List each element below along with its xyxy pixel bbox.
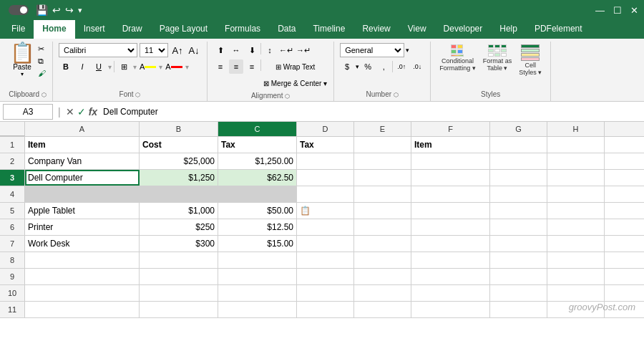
italic-button[interactable]: I <box>75 59 89 74</box>
cell-8-B[interactable] <box>140 252 218 268</box>
text-direction-button[interactable]: ↕ <box>263 43 277 57</box>
cell-3-H[interactable] <box>547 170 605 186</box>
cell-7-D[interactable] <box>297 236 354 252</box>
col-header-b[interactable]: B <box>140 122 218 136</box>
col-header-f[interactable]: F <box>411 122 490 136</box>
cell-8-E[interactable] <box>354 252 411 268</box>
cell-6-B[interactable]: $250 <box>140 219 218 235</box>
cell-6-G[interactable] <box>490 219 547 235</box>
format-painter-button[interactable]: 🖌 <box>38 69 46 77</box>
cell-2-H[interactable] <box>547 153 605 169</box>
cell-5-E[interactable] <box>354 203 411 219</box>
dollar-button[interactable]: $ <box>340 59 354 74</box>
wrap-text-button[interactable]: ⊞ Wrap Text <box>263 59 328 74</box>
cell-4-D[interactable] <box>297 186 354 202</box>
col-header-e[interactable]: E <box>354 122 411 136</box>
smart-tag-icon[interactable]: 📋 <box>300 206 311 216</box>
cell-10-A[interactable] <box>25 285 140 301</box>
cell-10-F[interactable] <box>411 285 490 301</box>
alignment-expand-icon[interactable]: ⬡ <box>285 93 290 100</box>
paste-dropdown[interactable]: ▾ <box>21 71 24 77</box>
underline-dropdown[interactable]: ▾ <box>108 63 112 71</box>
cell-7-H[interactable] <box>547 236 605 252</box>
cell-11-A[interactable] <box>25 302 140 317</box>
conditional-formatting-button[interactable]: ConditionalFormatting ▾ <box>436 43 479 73</box>
font-color-dropdown[interactable]: ▾ <box>185 63 189 71</box>
format-table-button[interactable]: Format asTable ▾ <box>480 43 515 73</box>
clipboard-expand-icon[interactable]: ⬡ <box>42 92 47 98</box>
cell-3-G[interactable] <box>490 170 547 186</box>
dollar-dropdown[interactable]: ▾ <box>356 63 359 70</box>
cell-styles-button[interactable]: CellStyles ▾ <box>516 43 545 77</box>
cell-7-B[interactable]: $300 <box>140 236 218 252</box>
cell-6-H[interactable] <box>547 219 605 235</box>
insert-function-icon[interactable]: fx <box>89 106 97 118</box>
tab-pdfelement[interactable]: PDFelement <box>526 20 591 39</box>
cell-6-E[interactable] <box>354 219 411 235</box>
cell-9-D[interactable] <box>297 269 354 284</box>
cancel-formula-icon[interactable]: ✕ <box>66 106 74 118</box>
fill-dropdown[interactable]: ▾ <box>159 63 162 71</box>
cell-3-E[interactable] <box>354 170 411 186</box>
col-header-c[interactable]: C <box>218 122 297 136</box>
tab-insert[interactable]: Insert <box>75 20 114 39</box>
align-center-button[interactable]: ≡ <box>229 59 243 74</box>
cell-10-B[interactable] <box>140 285 218 301</box>
comma-button[interactable]: , <box>376 59 391 74</box>
cell-3-D[interactable] <box>297 170 354 186</box>
cell-2-C[interactable]: $1,250.00 <box>218 153 297 169</box>
confirm-formula-icon[interactable]: ✓ <box>77 106 86 118</box>
col-header-g[interactable]: G <box>490 122 547 136</box>
cell-5-C[interactable]: $50.00 <box>218 203 297 219</box>
row-number-9[interactable]: 9 <box>0 269 25 284</box>
cell-7-G[interactable] <box>490 236 547 252</box>
cell-11-C[interactable] <box>218 302 297 317</box>
tab-data[interactable]: Data <box>269 20 304 39</box>
cell-11-F[interactable] <box>411 302 490 317</box>
cell-4-E[interactable] <box>354 186 411 202</box>
paste-button[interactable]: 📋 Paste ▾ <box>10 43 35 77</box>
cell-9-F[interactable] <box>411 269 490 284</box>
row-number-10[interactable]: 10 <box>0 285 25 301</box>
align-bottom-button[interactable]: ⬇ <box>245 43 259 57</box>
autosave-toggle-switch[interactable] <box>9 5 29 15</box>
cell-9-H[interactable] <box>547 269 605 284</box>
cell-1-C[interactable]: Tax <box>218 137 297 153</box>
font-color-button[interactable]: A <box>165 59 182 74</box>
percent-button[interactable]: % <box>361 59 375 74</box>
align-middle-button[interactable]: ↔ <box>229 43 243 57</box>
align-top-button[interactable]: ⬆ <box>213 43 228 57</box>
row-number-7[interactable]: 7 <box>0 236 25 252</box>
cell-8-A[interactable] <box>25 252 140 268</box>
cell-1-G[interactable] <box>490 137 547 153</box>
cell-7-C[interactable]: $15.00 <box>218 236 297 252</box>
cell-1-A[interactable]: Item <box>25 137 140 153</box>
align-right-button[interactable]: ≡ <box>245 59 259 74</box>
row-number-4[interactable]: 4 <box>0 186 25 202</box>
cell-1-F[interactable]: Item <box>411 137 490 153</box>
cell-6-F[interactable] <box>411 219 490 235</box>
save-icon[interactable]: 💾 <box>36 4 48 16</box>
cell-8-H[interactable] <box>547 252 605 268</box>
cell-11-G[interactable] <box>490 302 547 317</box>
cell-4-B[interactable] <box>140 186 218 202</box>
merge-center-button[interactable]: ⊠ Merge & Center ▾ <box>263 76 328 90</box>
cell-3-C[interactable]: $62.50 <box>218 170 297 186</box>
cell-4-A[interactable] <box>25 186 140 202</box>
row-number-1[interactable]: 1 <box>0 137 25 153</box>
close-icon[interactable]: ✕ <box>630 5 638 16</box>
restore-icon[interactable]: ☐ <box>613 5 622 16</box>
tab-home[interactable]: Home <box>34 20 74 39</box>
tab-page-layout[interactable]: Page Layout <box>151 20 216 39</box>
cell-8-F[interactable] <box>411 252 490 268</box>
quick-access-more[interactable]: ▾ <box>78 6 82 15</box>
row-number-5[interactable]: 5 <box>0 203 25 219</box>
tab-review[interactable]: Review <box>353 20 399 39</box>
row-number-2[interactable]: 2 <box>0 153 25 169</box>
decrease-decimal-button[interactable]: .0↓ <box>410 59 424 74</box>
cell-2-D[interactable] <box>297 153 354 169</box>
cell-1-H[interactable] <box>547 137 605 153</box>
cell-6-A[interactable]: Printer <box>25 219 140 235</box>
cell-5-D[interactable]: 📋 <box>297 203 354 219</box>
number-format-dropdown[interactable]: ▾ <box>406 47 409 54</box>
